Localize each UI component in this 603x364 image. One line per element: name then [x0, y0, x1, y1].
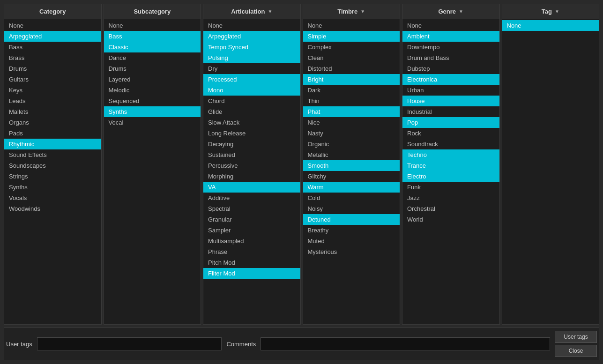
- list-item-genre-13[interactable]: Trance: [402, 160, 499, 171]
- comments-input[interactable]: [261, 337, 550, 350]
- list-item-category-16[interactable]: Vocals: [4, 193, 101, 203]
- list-item-timbre-16[interactable]: Cold: [303, 193, 400, 203]
- list-item-genre-1[interactable]: Ambient: [402, 31, 499, 42]
- list-item-timbre-4[interactable]: Distorted: [303, 63, 400, 74]
- list-item-timbre-13[interactable]: Smooth: [303, 160, 400, 171]
- list-item-genre-12[interactable]: Techno: [402, 149, 499, 160]
- list-item-category-5[interactable]: Guitars: [4, 74, 101, 85]
- list-item-timbre-5[interactable]: Bright: [303, 74, 400, 85]
- list-item-articulation-12[interactable]: Sustained: [203, 149, 300, 160]
- list-item-genre-10[interactable]: Rock: [402, 128, 499, 139]
- close-button[interactable]: Close: [555, 345, 597, 357]
- list-item-category-14[interactable]: Strings: [4, 171, 101, 182]
- list-item-articulation-15[interactable]: VA: [203, 182, 300, 193]
- list-item-category-2[interactable]: Bass: [4, 42, 101, 52]
- list-item-timbre-17[interactable]: Noisy: [303, 203, 400, 214]
- list-item-genre-18[interactable]: World: [402, 214, 499, 225]
- list-item-genre-8[interactable]: Industrial: [402, 106, 499, 117]
- list-item-genre-6[interactable]: Urban: [402, 85, 499, 96]
- list-item-subcategory-3[interactable]: Dance: [104, 52, 201, 63]
- user-tags-input[interactable]: [37, 337, 222, 350]
- list-item-category-3[interactable]: Brass: [4, 52, 101, 63]
- list-item-category-0[interactable]: None: [4, 20, 101, 31]
- list-item-timbre-0[interactable]: None: [303, 20, 400, 31]
- list-item-articulation-6[interactable]: Mono: [203, 85, 300, 96]
- list-item-timbre-1[interactable]: Simple: [303, 31, 400, 42]
- list-item-genre-11[interactable]: Soundtrack: [402, 139, 499, 149]
- list-item-category-4[interactable]: Drums: [4, 63, 101, 74]
- list-item-genre-16[interactable]: Jazz: [402, 193, 499, 203]
- list-item-genre-15[interactable]: Funk: [402, 182, 499, 193]
- list-item-subcategory-7[interactable]: Sequenced: [104, 96, 201, 106]
- list-item-timbre-21[interactable]: Mysterious: [303, 246, 400, 257]
- list-item-genre-0[interactable]: None: [402, 20, 499, 31]
- list-item-category-10[interactable]: Pads: [4, 128, 101, 139]
- list-item-articulation-9[interactable]: Slow Attack: [203, 117, 300, 128]
- list-item-subcategory-8[interactable]: Synths: [104, 106, 201, 117]
- list-item-subcategory-2[interactable]: Classic: [104, 42, 201, 52]
- list-item-articulation-5[interactable]: Processed: [203, 74, 300, 85]
- list-item-articulation-22[interactable]: Pitch Mod: [203, 257, 300, 268]
- list-item-timbre-7[interactable]: Thin: [303, 96, 400, 106]
- list-item-articulation-4[interactable]: Dry: [203, 63, 300, 74]
- list-item-articulation-19[interactable]: Sampler: [203, 225, 300, 236]
- list-item-category-6[interactable]: Keys: [4, 85, 101, 96]
- list-item-articulation-8[interactable]: Glide: [203, 106, 300, 117]
- list-item-genre-5[interactable]: Electronica: [402, 74, 499, 85]
- column-header-tag[interactable]: Tag▼: [502, 4, 599, 19]
- list-item-articulation-14[interactable]: Morphing: [203, 171, 300, 182]
- list-item-articulation-23[interactable]: Filter Mod: [203, 268, 300, 279]
- list-item-articulation-16[interactable]: Additive: [203, 193, 300, 203]
- list-item-category-15[interactable]: Synths: [4, 182, 101, 193]
- list-item-genre-9[interactable]: Pop: [402, 117, 499, 128]
- list-item-category-1[interactable]: Arpeggiated: [4, 31, 101, 42]
- list-item-timbre-2[interactable]: Complex: [303, 42, 400, 52]
- list-item-timbre-14[interactable]: Glitchy: [303, 171, 400, 182]
- list-item-category-13[interactable]: Soundscapes: [4, 160, 101, 171]
- list-item-category-17[interactable]: Woodwinds: [4, 203, 101, 214]
- list-item-tag-0[interactable]: None: [502, 20, 599, 31]
- list-item-category-11[interactable]: Rhythmic: [4, 139, 101, 149]
- list-item-genre-17[interactable]: Orchestral: [402, 203, 499, 214]
- list-item-articulation-1[interactable]: Arpeggiated: [203, 31, 300, 42]
- list-item-timbre-8[interactable]: Phat: [303, 106, 400, 117]
- list-item-timbre-3[interactable]: Clean: [303, 52, 400, 63]
- list-item-category-12[interactable]: Sound Effects: [4, 149, 101, 160]
- list-item-genre-4[interactable]: Dubstep: [402, 63, 499, 74]
- list-item-subcategory-9[interactable]: Vocal: [104, 117, 201, 128]
- list-item-articulation-13[interactable]: Percussive: [203, 160, 300, 171]
- list-item-subcategory-1[interactable]: Bass: [104, 31, 201, 42]
- list-item-articulation-0[interactable]: None: [203, 20, 300, 31]
- list-item-genre-3[interactable]: Drum and Bass: [402, 52, 499, 63]
- list-item-timbre-19[interactable]: Breathy: [303, 225, 400, 236]
- list-item-timbre-18[interactable]: Detuned: [303, 214, 400, 225]
- list-item-articulation-17[interactable]: Spectral: [203, 203, 300, 214]
- list-item-articulation-3[interactable]: Pulsing: [203, 52, 300, 63]
- list-item-subcategory-6[interactable]: Melodic: [104, 85, 201, 96]
- list-item-timbre-6[interactable]: Dark: [303, 85, 400, 96]
- list-item-timbre-9[interactable]: Nice: [303, 117, 400, 128]
- list-item-category-9[interactable]: Organs: [4, 117, 101, 128]
- user-tags-button[interactable]: User tags: [555, 331, 597, 343]
- list-item-timbre-15[interactable]: Warm: [303, 182, 400, 193]
- list-item-subcategory-4[interactable]: Drums: [104, 63, 201, 74]
- list-item-timbre-10[interactable]: Nasty: [303, 128, 400, 139]
- list-item-articulation-21[interactable]: Phrase: [203, 246, 300, 257]
- list-item-articulation-7[interactable]: Chord: [203, 96, 300, 106]
- column-header-articulation[interactable]: Articulation▼: [203, 4, 300, 19]
- list-item-subcategory-0[interactable]: None: [104, 20, 201, 31]
- list-item-genre-7[interactable]: House: [402, 96, 499, 106]
- list-item-timbre-11[interactable]: Organic: [303, 139, 400, 149]
- list-item-articulation-11[interactable]: Decaying: [203, 139, 300, 149]
- list-item-subcategory-5[interactable]: Layered: [104, 74, 201, 85]
- list-item-timbre-12[interactable]: Metallic: [303, 149, 400, 160]
- list-item-articulation-2[interactable]: Tempo Synced: [203, 42, 300, 52]
- list-item-category-8[interactable]: Mallets: [4, 106, 101, 117]
- list-item-articulation-20[interactable]: Multisampled: [203, 236, 300, 246]
- column-header-genre[interactable]: Genre▼: [402, 4, 499, 19]
- list-item-timbre-20[interactable]: Muted: [303, 236, 400, 246]
- column-header-timbre[interactable]: Timbre▼: [303, 4, 400, 19]
- list-item-articulation-18[interactable]: Granular: [203, 214, 300, 225]
- list-item-genre-2[interactable]: Downtempo: [402, 42, 499, 52]
- list-item-category-7[interactable]: Leads: [4, 96, 101, 106]
